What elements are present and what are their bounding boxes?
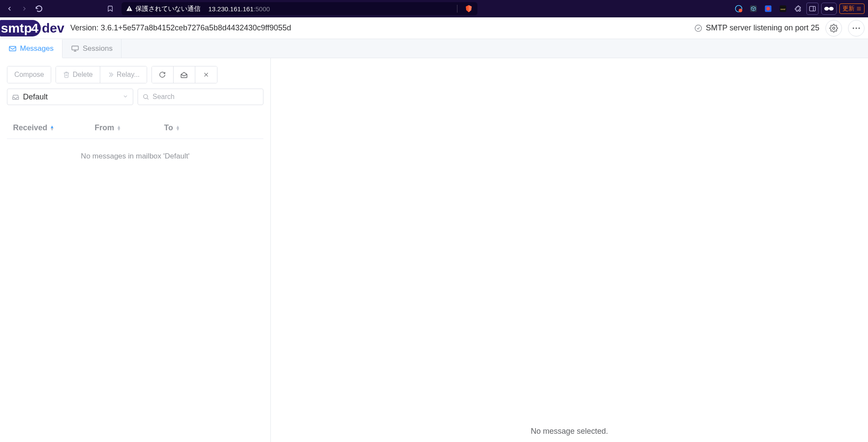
delete-label: Delete [72, 71, 92, 79]
addr-separator [457, 5, 457, 13]
table-header: Received ▲▼ From ▲▼ To ▲▼ [7, 115, 263, 139]
puzzle-icon [794, 5, 802, 13]
tab-sessions-label: Sessions [82, 44, 112, 53]
server-status: SMTP server listening on port 25 [694, 23, 819, 33]
browser-chrome: 保護されていない通信 13.230.161.161:5000 sear 更新 [0, 0, 868, 17]
col-from[interactable]: From ▲▼ [95, 123, 164, 132]
svg-rect-22 [10, 46, 16, 51]
warning-icon [126, 5, 133, 12]
col-received[interactable]: Received ▲▼ [13, 123, 95, 132]
logo-smtp: smtp4 [0, 20, 41, 36]
svg-point-11 [824, 7, 829, 10]
refresh-button[interactable] [152, 66, 174, 83]
col-received-label: Received [13, 123, 47, 132]
svg-point-18 [833, 27, 835, 29]
svg-rect-9 [809, 7, 815, 11]
monitor-icon [71, 45, 79, 52]
glasses-icon [824, 6, 834, 11]
update-button[interactable]: 更新 [839, 3, 865, 14]
search-box[interactable] [138, 89, 264, 105]
svg-rect-23 [72, 46, 79, 50]
col-from-label: From [95, 123, 114, 132]
tabs: Messages Sessions [0, 39, 868, 58]
bookmark-button[interactable] [104, 5, 116, 13]
col-to-label: To [164, 123, 173, 132]
logo-dev: dev [42, 21, 64, 36]
mark-read-button[interactable] [174, 66, 195, 83]
refresh-icon [159, 71, 166, 78]
svg-point-20 [855, 27, 857, 29]
svg-point-21 [858, 27, 860, 29]
svg-text:sear: sear [780, 8, 785, 10]
gear-icon [829, 24, 838, 33]
close-button[interactable] [195, 66, 217, 83]
util-group [151, 66, 217, 83]
back-button[interactable] [3, 3, 16, 15]
cube-icon [749, 4, 758, 13]
security-warning: 保護されていない通信 [126, 5, 201, 13]
svg-point-17 [695, 25, 702, 31]
trash-icon [63, 71, 70, 78]
tab-messages-label: Messages [20, 44, 53, 53]
more-horizontal-icon [852, 27, 861, 30]
dark-badge-icon: sear [779, 4, 787, 13]
relay-button[interactable]: Relay... [100, 66, 147, 83]
settings-button[interactable] [825, 20, 842, 36]
main-area: Compose Delete Relay... [0, 58, 868, 442]
action-group: Delete Relay... [56, 66, 147, 83]
svg-rect-0 [129, 7, 129, 9]
header-right: SMTP server listening on port 25 [694, 20, 865, 36]
sort-icon: ▲▼ [176, 125, 180, 131]
toolbar-row-1: Compose Delete Relay... [7, 66, 263, 83]
double-chevron-right-icon [107, 71, 114, 78]
extensions-button[interactable] [792, 3, 804, 15]
toolbar-row-2: Default [7, 89, 263, 105]
incognito-indicator[interactable] [821, 3, 837, 15]
compose-button[interactable]: Compose [7, 66, 51, 83]
tab-sessions[interactable]: Sessions [62, 39, 122, 58]
empty-message: No messages in mailbox 'Default' [7, 139, 263, 174]
no-selection-text: No message selected. [531, 427, 608, 436]
chrome-right: sear 更新 [733, 3, 865, 15]
ext-icon-4[interactable]: sear [777, 3, 789, 15]
col-to[interactable]: To ▲▼ [164, 123, 207, 132]
check-circle-icon [694, 24, 702, 32]
sidepanel-button[interactable] [806, 3, 819, 15]
reload-button[interactable] [33, 3, 45, 15]
compose-label: Compose [14, 71, 44, 79]
messages-panel: Compose Delete Relay... [0, 58, 271, 442]
inbox-icon [12, 93, 20, 100]
ext-icon-1[interactable] [733, 3, 745, 15]
address-bar[interactable]: 保護されていない通信 13.230.161.161:5000 [122, 2, 477, 15]
relay-label: Relay... [117, 71, 140, 79]
svg-point-3 [739, 9, 742, 12]
reload-icon [35, 5, 43, 13]
globe-badge-icon [734, 4, 743, 13]
app-header: smtp4dev Version: 3.6.1+5e577a8b4152ceb7… [0, 17, 868, 39]
ext-icon-2[interactable] [747, 3, 760, 15]
mail-icon [9, 46, 16, 52]
chevron-down-icon [122, 92, 128, 102]
brave-shield-icon[interactable] [464, 4, 473, 13]
close-icon [203, 72, 209, 78]
mailbox-select[interactable]: Default [7, 89, 133, 105]
url-port: :5000 [253, 5, 270, 13]
ext-icon-3[interactable] [762, 3, 774, 15]
hamburger-icon [856, 6, 861, 11]
more-button[interactable] [848, 20, 865, 36]
open-mail-icon [180, 71, 188, 78]
security-text: 保護されていない通信 [135, 5, 201, 13]
svg-point-6 [766, 7, 770, 10]
svg-line-29 [147, 98, 148, 99]
sort-icon: ▲▼ [50, 125, 54, 131]
update-label: 更新 [842, 5, 855, 13]
record-icon [764, 4, 773, 13]
search-input[interactable] [153, 93, 259, 101]
forward-button[interactable] [18, 3, 30, 15]
chevron-right-icon [21, 5, 28, 12]
tab-messages[interactable]: Messages [0, 39, 62, 58]
delete-button[interactable]: Delete [56, 66, 100, 83]
svg-rect-13 [829, 8, 829, 9]
version-label: Version: 3.6.1+5e577a8b4152ceb7276a5b8d4… [70, 23, 291, 33]
svg-point-28 [143, 95, 147, 99]
